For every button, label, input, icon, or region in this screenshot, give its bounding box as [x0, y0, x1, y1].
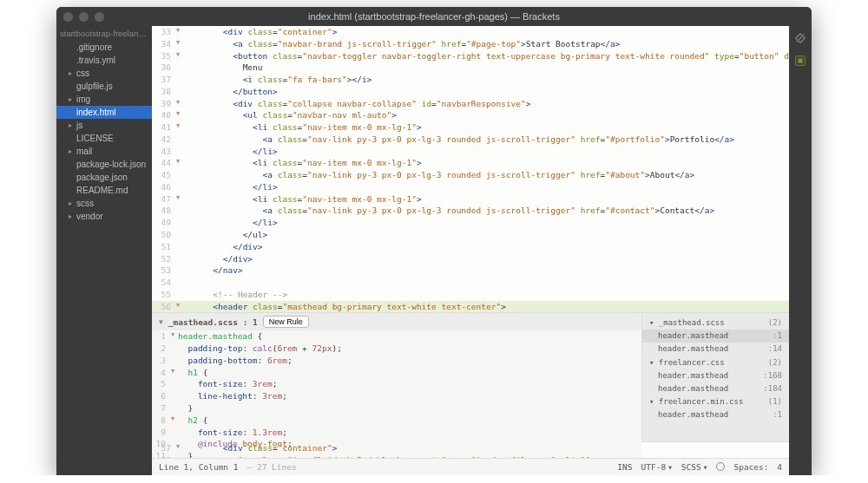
related-rule-item[interactable]: header.masthead:14: [642, 343, 789, 356]
related-file-header[interactable]: ▾ _masthead.scss(2): [642, 317, 789, 330]
code-line[interactable]: 33▼ <div class="container">: [152, 26, 789, 38]
code-content[interactable]: </ul>: [183, 229, 267, 241]
code-line[interactable]: 37 <i class="fa fa-bars"></i>: [152, 74, 789, 86]
code-content[interactable]: Menu: [183, 62, 263, 74]
code-line[interactable]: 9 font-size: 1.3rem;: [152, 427, 641, 439]
code-line[interactable]: 6 line-height: 3rem;: [152, 390, 641, 402]
insert-mode[interactable]: INS: [617, 461, 632, 473]
code-line[interactable]: 41▼ <li class="nav-item mx-0 mx-lg-1">: [152, 121, 789, 134]
code-content[interactable]: <a class="nav-link py-3 px-0 px-lg-3 rou…: [183, 205, 714, 217]
code-line[interactable]: 5 font-size: 3rem;: [152, 378, 641, 390]
file-tree-item[interactable]: ▸scss: [56, 197, 152, 210]
code-line[interactable]: 50 </ul>: [152, 229, 789, 241]
chevron-down-icon[interactable]: ▼: [159, 317, 163, 328]
code-line[interactable]: 1▼header.masthead {: [152, 330, 641, 343]
code-line[interactable]: 48 <a class="nav-link py-3 px-0 px-lg-3 …: [152, 205, 789, 217]
code-content[interactable]: <div class="collapse navbar-collapse" id…: [183, 98, 531, 110]
file-tree-item[interactable]: ▸vendor: [56, 210, 152, 223]
file-tree-item[interactable]: package.json: [56, 171, 152, 184]
code-content[interactable]: </li>: [183, 146, 278, 158]
code-content[interactable]: }: [178, 402, 193, 414]
code-line[interactable]: 53 </nav>: [152, 264, 789, 277]
code-line[interactable]: 57▼ <div class="container">: [152, 442, 789, 454]
code-line[interactable]: 56▼ <header class="masthead bg-primary t…: [152, 301, 789, 313]
code-content[interactable]: <a class="navbar-brand js-scroll-trigger…: [183, 38, 620, 50]
code-line[interactable]: 47▼ <li class="nav-item mx-0 mx-lg-1">: [152, 193, 789, 206]
indent-select[interactable]: Spaces: 4: [733, 461, 782, 473]
code-content[interactable]: </div>: [183, 241, 263, 253]
related-rule-item[interactable]: header.masthead:1: [642, 330, 789, 343]
code-line[interactable]: 36 Menu: [152, 62, 789, 74]
code-content[interactable]: <div class="container">: [183, 442, 337, 454]
code-content[interactable]: font-size: 3rem;: [178, 378, 277, 390]
related-rule-item[interactable]: header.masthead:168: [642, 369, 789, 382]
code-line[interactable]: 34▼ <a class="navbar-brand js-scroll-tri…: [152, 38, 789, 50]
file-tree-item[interactable]: ▸mail: [56, 145, 152, 158]
related-rule-item[interactable]: header.masthead:1: [642, 408, 789, 421]
fold-arrow-icon[interactable]: ▼: [176, 301, 183, 313]
fold-arrow-icon[interactable]: ▼: [176, 26, 183, 38]
code-line[interactable]: 46 </li>: [152, 181, 789, 193]
code-content[interactable]: line-height: 3rem;: [178, 390, 287, 402]
minimize-icon[interactable]: [79, 12, 89, 22]
code-content[interactable]: padding-bottom: 6rem;: [178, 355, 293, 367]
code-content[interactable]: <a class="nav-link py-3 px-0 px-lg-3 rou…: [183, 134, 734, 146]
file-tree-item[interactable]: .travis.yml: [56, 54, 152, 67]
fold-arrow-icon[interactable]: ▼: [171, 330, 178, 343]
code-content[interactable]: padding-top: calc(6rem + 72px);: [178, 343, 342, 355]
fold-arrow-icon[interactable]: ▼: [176, 109, 183, 121]
file-tree-item[interactable]: index.html: [56, 106, 152, 119]
file-tree-item[interactable]: LICENSE: [56, 132, 152, 145]
code-content[interactable]: <button class="navbar-toggler navbar-tog…: [183, 50, 789, 62]
fold-arrow-icon[interactable]: ▼: [171, 367, 178, 379]
close-icon[interactable]: [63, 12, 73, 22]
new-rule-button[interactable]: New Rule: [263, 316, 309, 328]
code-line[interactable]: 8▼ h2 {: [152, 414, 641, 427]
file-tree[interactable]: startbootstrap-freelancer-gh-pag .gitign…: [56, 26, 152, 475]
code-line[interactable]: 43 </li>: [152, 146, 789, 158]
fold-arrow-icon[interactable]: ▼: [176, 442, 183, 454]
live-preview-icon[interactable]: [793, 31, 807, 45]
fold-arrow-icon[interactable]: ▼: [171, 414, 178, 427]
code-content[interactable]: </div>: [183, 253, 253, 265]
fold-arrow-icon[interactable]: ▼: [176, 50, 183, 62]
code-content[interactable]: <li class="nav-item mx-0 mx-lg-1">: [183, 121, 422, 134]
file-tree-item[interactable]: ▸js: [56, 119, 152, 132]
code-line[interactable]: 7 }: [152, 402, 641, 414]
code-content[interactable]: <li class="nav-item mx-0 mx-lg-1">: [183, 157, 422, 169]
code-content[interactable]: </nav>: [183, 264, 243, 277]
zoom-icon[interactable]: [95, 12, 104, 22]
code-line[interactable]: 55 <!-- Header -->: [152, 289, 789, 301]
related-file-header[interactable]: ▾ freelancer.min.css(1): [642, 395, 789, 408]
code-content[interactable]: <a class="nav-link py-3 px-0 px-lg-3 rou…: [183, 169, 694, 181]
code-line[interactable]: 54: [152, 277, 789, 289]
code-content[interactable]: font-size: 1.3rem;: [178, 427, 287, 439]
code-content[interactable]: <ul class="navbar-nav ml-auto">: [183, 109, 397, 121]
code-content[interactable]: <header class="masthead bg-primary text-…: [183, 301, 506, 313]
related-file-header[interactable]: ▾ freelancer.css(2): [642, 356, 789, 369]
code-line[interactable]: 4▼ h1 {: [152, 367, 641, 379]
code-content[interactable]: <i class="fa fa-bars"></i>: [183, 74, 372, 86]
code-content[interactable]: <li class="nav-item mx-0 mx-lg-1">: [183, 193, 422, 206]
code-line[interactable]: 38 </button>: [152, 86, 789, 98]
titlebar[interactable]: index.html (startbootstrap-freelancer-gh…: [56, 7, 812, 26]
file-tree-item[interactable]: ▸img: [56, 93, 152, 106]
project-root[interactable]: startbootstrap-freelancer-gh-pag: [56, 26, 152, 41]
code-content[interactable]: </button>: [183, 86, 278, 98]
code-line[interactable]: 39▼ <div class="collapse navbar-collapse…: [152, 98, 789, 110]
code-content[interactable]: h2 {: [178, 414, 207, 427]
extensions-icon[interactable]: [793, 54, 807, 68]
code-pane[interactable]: 33▼ <div class="container">34▼ <a class=…: [152, 26, 789, 458]
encoding-select[interactable]: UTF-8 ▾: [641, 461, 673, 473]
file-tree-item[interactable]: ▸css: [56, 67, 152, 80]
file-tree-item[interactable]: .gitignore: [56, 41, 152, 54]
fold-arrow-icon[interactable]: ▼: [176, 193, 183, 206]
file-tree-item[interactable]: package-lock.json: [56, 158, 152, 171]
code-line[interactable]: 42 <a class="nav-link py-3 px-0 px-lg-3 …: [152, 134, 789, 146]
quick-edit-related-list[interactable]: ▾ _masthead.scss(2)header.masthead:1head…: [641, 313, 789, 441]
code-content[interactable]: <!-- Header -->: [183, 289, 287, 301]
code-line[interactable]: 52 </div>: [152, 253, 789, 265]
code-line[interactable]: 51 </div>: [152, 241, 789, 253]
code-line[interactable]: 49 </li>: [152, 217, 789, 229]
code-content[interactable]: </li>: [183, 181, 278, 193]
